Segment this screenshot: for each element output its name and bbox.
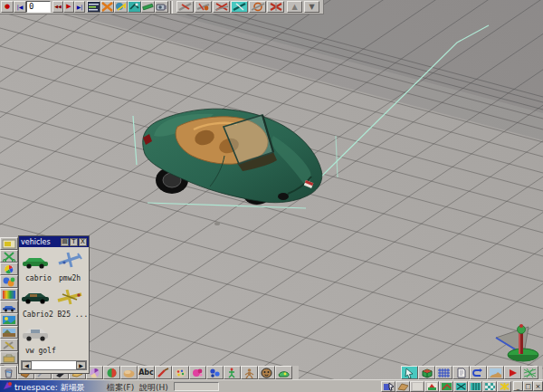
field-material-icon[interactable] (439, 381, 453, 392)
vehicles-library-panel[interactable]: vehicles ▤ T X cabrio pmw2h Cabrio2 B25 … (18, 235, 90, 374)
material-sphere-icon[interactable] (103, 366, 120, 379)
color-wheel-icon[interactable] (0, 263, 18, 275)
undo-icon[interactable] (470, 366, 487, 379)
wood-figure-icon[interactable] (241, 366, 258, 379)
wave-bars-icon[interactable] (468, 381, 482, 392)
texture-gradient-icon[interactable] (0, 288, 18, 301)
library-item-cabrio2[interactable] (21, 285, 50, 309)
document-icon[interactable] (452, 366, 470, 379)
blue-dice-icon[interactable] (206, 366, 224, 379)
recycle-bin-icon[interactable] (0, 366, 17, 379)
panel-up-button[interactable]: ▲ (287, 1, 302, 13)
widget-knob-tip (519, 324, 523, 328)
path-tool-button[interactable] (114, 1, 128, 13)
grid-tool-icon[interactable] (435, 366, 452, 379)
stick-figure-icon[interactable] (224, 366, 241, 379)
terrain-icon[interactable] (487, 366, 504, 379)
window-title: truespace: 新場景 (14, 382, 85, 392)
face-material-icon[interactable] (258, 366, 275, 379)
render-scene-button[interactable] (155, 1, 168, 13)
library-tag-button[interactable]: T (70, 238, 78, 246)
axes-tool-button[interactable] (249, 1, 266, 13)
green-shoe-icon[interactable] (275, 366, 292, 379)
far-front-wheel (278, 193, 289, 200)
utility-tools-icon[interactable] (0, 339, 18, 351)
sand-box-icon[interactable] (395, 381, 410, 392)
frame-number-field[interactable]: 0 (26, 1, 51, 13)
flag-material-icon[interactable] (424, 381, 439, 392)
text-abc-icon[interactable]: Abc (138, 366, 155, 379)
to-end-button[interactable]: ▶| (74, 1, 85, 13)
library-panel-title: vehicles (21, 238, 60, 246)
scroll-left-button[interactable]: ◀ (22, 361, 32, 369)
library-item-label: cabrio (25, 274, 52, 282)
library-panel-titlebar[interactable]: vehicles ▤ T X (19, 236, 89, 247)
truespace-app-window: ● |◀ 0 ◀◀ ▶ ▶| (0, 0, 543, 392)
wave-x-icon[interactable] (453, 381, 468, 392)
library-toolbar (0, 237, 18, 365)
mesh-net-icon[interactable] (521, 366, 538, 379)
library-car-icon[interactable] (0, 301, 18, 313)
library-view-button[interactable]: ▤ (61, 238, 69, 246)
delete-tool-button[interactable] (267, 1, 284, 13)
red-brush-icon[interactable] (155, 366, 172, 379)
pink-spray-icon[interactable] (189, 366, 206, 379)
library-item-label: vw golf (25, 347, 56, 355)
look-at-tool-button[interactable] (128, 1, 141, 13)
library-item-vw-golf[interactable] (21, 321, 50, 345)
library-item-label: Cabrio2 B25 ... (23, 311, 88, 319)
blank-button[interactable] (410, 381, 424, 392)
glue-sibling-tool-button[interactable] (176, 1, 194, 13)
maximize-button[interactable]: □ (523, 381, 533, 391)
toolbar-separator (170, 1, 173, 14)
widget-stick-highlight (519, 331, 520, 354)
toolbox-icon[interactable] (0, 351, 18, 364)
library-item-yellow-plane[interactable] (55, 285, 84, 309)
minimize-button[interactable]: _ (513, 381, 523, 391)
library-item-pmw2h[interactable] (55, 249, 84, 272)
animation-toolbar: ● |◀ 0 ◀◀ ▶ ▶| (0, 0, 324, 14)
rewind-button[interactable]: ◀◀ (52, 1, 63, 13)
sweep-tool-button[interactable] (141, 1, 155, 13)
scene-image-icon[interactable] (0, 313, 18, 326)
material-preview-icon[interactable] (0, 237, 18, 250)
asterisk-yellow-icon[interactable] (497, 381, 511, 392)
record-button[interactable]: ● (1, 1, 14, 13)
status-field (174, 382, 219, 391)
scene-speck (214, 222, 220, 225)
keyframe-editor-button[interactable] (87, 1, 100, 13)
library-close-button[interactable]: X (79, 238, 87, 246)
animation-expand-button[interactable] (100, 1, 114, 13)
palette-icon[interactable] (172, 366, 189, 379)
library-item-cabrio[interactable] (21, 249, 50, 272)
select-cursor-icon[interactable] (401, 366, 418, 379)
menu-file[interactable]: 檔案(F) (107, 382, 134, 392)
menu-help[interactable]: 說明(H) (139, 382, 168, 392)
panel-down-button[interactable]: ▼ (304, 1, 319, 13)
play-button[interactable]: ▶ (63, 1, 74, 13)
landscape-image-icon[interactable] (0, 326, 18, 339)
menu-bar: truespace: 新場景 檔案(F) 說明(H) (0, 379, 543, 392)
scroll-right-button[interactable]: ▶ (76, 361, 86, 369)
scissors-boolean-icon[interactable] (0, 250, 18, 263)
library-item-label: pmw2h (59, 274, 81, 282)
bread-material-icon[interactable] (120, 366, 138, 379)
library-scrollbar[interactable]: ◀ ▶ (21, 360, 87, 370)
object-tool-selected-button[interactable] (231, 1, 248, 13)
to-start-button[interactable]: |◀ (14, 1, 26, 13)
glue-child-tool-button[interactable] (195, 1, 212, 13)
checker-icon[interactable] (482, 381, 497, 392)
material-spheres-icon[interactable] (0, 275, 18, 288)
truespace-logo-icon (3, 381, 13, 391)
close-button[interactable]: × (533, 381, 543, 391)
primitive-cube-icon[interactable] (418, 366, 435, 379)
play-render-icon[interactable] (504, 366, 521, 379)
view-toolbar (401, 366, 542, 380)
unglue-tool-button[interactable] (213, 1, 230, 13)
pointer-box-icon[interactable] (381, 381, 395, 392)
